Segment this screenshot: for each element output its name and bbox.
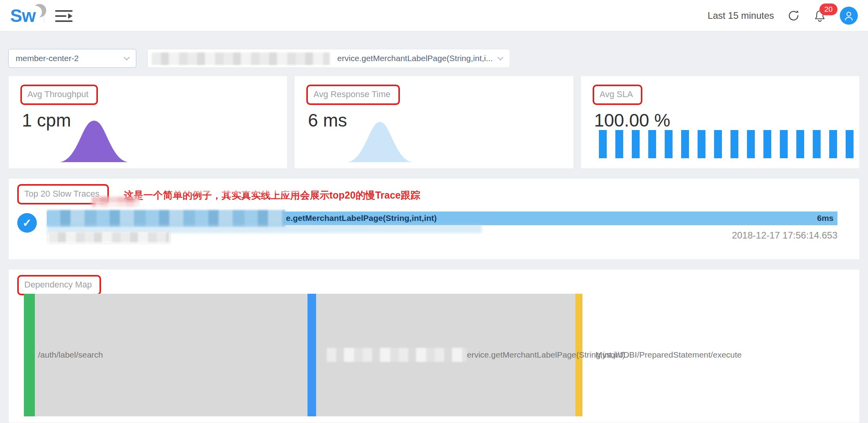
slow-traces-card: Top 20 Slow Traces 这是一个简单的例子，其实真实线上应用会展示… [8, 178, 860, 260]
throughput-title: Avg Throughput [27, 89, 89, 99]
header-actions: Last 15 minutes 20 [708, 7, 858, 25]
throughput-sparkline [52, 119, 150, 162]
trace-meta-row: 2018-12-17 17:56:14.653 [47, 225, 837, 247]
dependency-span-chart: /auth/label/search ervice.getMerchantLab… [17, 294, 851, 416]
sla-title: Avg SLA [600, 89, 633, 99]
trace-duration-bar[interactable]: e.getMerchantLabelPage(String,int,int) 6… [47, 212, 837, 225]
notification-badge: 20 [819, 4, 837, 15]
dashboard-body: member-center-2 ervice.getMerchantLabelP… [0, 49, 868, 423]
dependency-map-card: Dependency Map /auth/label/search ervice… [8, 269, 860, 423]
service-select[interactable]: member-center-2 [8, 49, 136, 68]
response-time-annotation-box: Avg Response Time [306, 85, 400, 105]
trace-endpoint-label: e.getMerchantLabelPage(String,int,int) [286, 213, 437, 223]
slow-traces-header: Top 20 Slow Traces 这是一个简单的例子，其实真实线上应用会展示… [17, 184, 851, 204]
blur-smudge [96, 202, 299, 209]
span-label-mysql: Mysql/JDBI/PreparedStatement/execute [595, 350, 742, 360]
sla-value: 100.00 % [594, 110, 848, 131]
time-range-selector[interactable]: Last 15 minutes [708, 10, 774, 21]
sla-annotation-box: Avg SLA [593, 85, 642, 105]
notifications-bell-icon[interactable]: 20 [813, 9, 826, 22]
filter-row: member-center-2 ervice.getMerchantLabelP… [8, 49, 860, 68]
span-bar-auth-label-search[interactable] [24, 294, 35, 416]
top-bar: Sw Last 15 minutes 20 [0, 0, 868, 31]
redacted-trace-id [47, 231, 171, 244]
sidebar-toggle-icon[interactable] [55, 9, 73, 23]
refresh-icon[interactable] [787, 9, 800, 22]
app-logo[interactable]: Sw [10, 3, 35, 28]
chevron-down-icon [497, 54, 504, 60]
avg-response-time-card: Avg Response Time 6 ms [294, 76, 573, 169]
response-time-sparkline [338, 119, 436, 162]
avg-sla-card: Avg SLA 100.00 % [580, 76, 860, 169]
blur-smudge [172, 185, 301, 193]
trace-list-item[interactable]: ✓ e.getMerchantLabelPage(String,int,int)… [17, 212, 851, 247]
span-label-auth: /auth/label/search [38, 350, 103, 360]
endpoint-select-value: ervice.getMerchantLabelPage(String,int,i… [337, 54, 493, 63]
throughput-annotation-box: Avg Throughput [20, 85, 98, 105]
service-select-value: member-center-2 [16, 54, 79, 63]
response-time-title: Avg Response Time [313, 89, 390, 99]
redacted-endpoint-prefix [152, 52, 330, 65]
trace-timestamp: 2018-12-17 17:56:14.653 [732, 230, 837, 241]
slow-traces-title: Top 20 Slow Traces [24, 189, 99, 199]
metric-cards-row: Avg Throughput 1 cpm Avg Response Time 6… [8, 76, 860, 169]
logo-text: Sw [10, 5, 35, 26]
sla-bar-chart [599, 130, 854, 158]
redacted-span-label-prefix [327, 348, 467, 362]
dependency-map-annotation-box: Dependency Map [17, 275, 101, 295]
trace-duration-label: 6ms [817, 213, 834, 223]
chevron-down-icon [124, 54, 130, 60]
avg-throughput-card: Avg Throughput 1 cpm [8, 76, 288, 169]
span-bar-get-merchant-label-page[interactable] [307, 294, 316, 416]
skywalking-dashboard: Sw Last 15 minutes 20 [0, 0, 868, 423]
user-avatar[interactable] [840, 7, 858, 25]
dependency-map-title: Dependency Map [24, 280, 92, 289]
endpoint-select[interactable]: ervice.getMerchantLabelPage(String,int,i… [147, 49, 510, 68]
trace-selected-check-icon[interactable]: ✓ [17, 213, 37, 233]
trace-details: e.getMerchantLabelPage(String,int,int) 6… [47, 212, 837, 247]
